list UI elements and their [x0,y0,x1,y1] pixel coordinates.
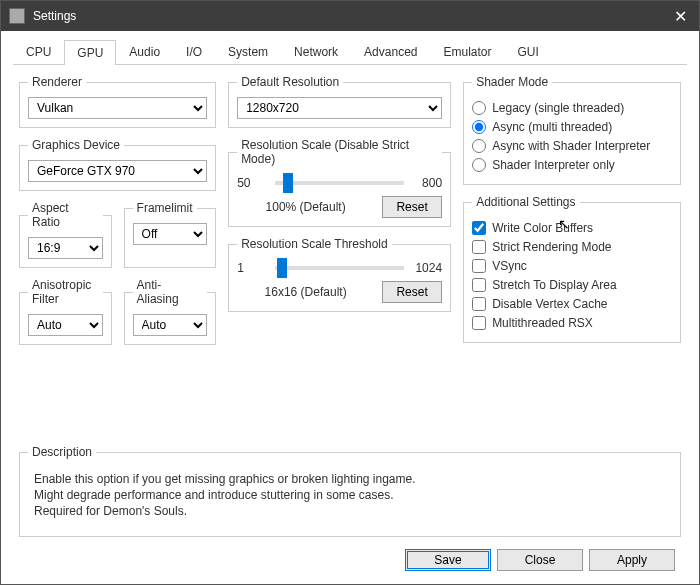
content-area: CPUGPUAudioI/OSystemNetworkAdvancedEmula… [1,31,699,583]
shader-mode-legend: Shader Mode [472,75,552,89]
footer-buttons: Save Close Apply [13,537,687,583]
resolution-scale-legend: Resolution Scale (Disable Strict Mode) [237,138,442,166]
resolution-threshold-group: Resolution Scale Threshold 1 1024 16x16 … [228,237,451,312]
additional-label: Write Color Buffers [492,220,593,236]
tab-bar: CPUGPUAudioI/OSystemNetworkAdvancedEmula… [13,39,687,65]
shader-mode-radio[interactable] [472,139,486,153]
res-scale-min: 50 [237,176,265,190]
antialias-select[interactable]: Auto [133,314,208,336]
additional-label: Disable Vertex Cache [492,296,607,312]
col-left: Renderer Vulkan Graphics Device GeForce … [19,75,216,435]
col-middle: Default Resolution 1280x720 Resolution S… [228,75,451,435]
default-resolution-legend: Default Resolution [237,75,343,89]
shader-mode-label: Legacy (single threaded) [492,100,624,116]
renderer-group: Renderer Vulkan [19,75,216,128]
gpu-panel: Renderer Vulkan Graphics Device GeForce … [13,65,687,445]
additional-checkbox[interactable] [472,278,486,292]
close-button[interactable]: Close [497,549,583,571]
antialias-legend: Anti-Aliasing [133,278,208,306]
app-icon [9,8,25,24]
tab-gpu[interactable]: GPU [64,40,116,65]
shader-mode-option[interactable]: Async (multi threaded) [472,119,672,135]
description-group: Description Enable this option if you ge… [19,445,681,537]
tab-i-o[interactable]: I/O [173,39,215,64]
graphics-device-select[interactable]: GeForce GTX 970 [28,160,207,182]
additional-checkbox[interactable] [472,259,486,273]
apply-button[interactable]: Apply [589,549,675,571]
res-scale-value: 100% (Default) [237,200,374,214]
description-text: Enable this option if you get missing gr… [28,467,672,528]
close-icon[interactable]: ✕ [670,7,691,26]
additional-checkbox[interactable] [472,240,486,254]
description-legend: Description [28,445,96,459]
shader-mode-option[interactable]: Shader Interpreter only [472,157,672,173]
shader-mode-radio[interactable] [472,158,486,172]
renderer-select[interactable]: Vulkan [28,97,207,119]
graphics-device-group: Graphics Device GeForce GTX 970 [19,138,216,191]
default-resolution-select[interactable]: 1280x720 [237,97,442,119]
shader-mode-label: Shader Interpreter only [492,157,615,173]
additional-label: Strict Rendering Mode [492,239,611,255]
framelimit-group: Framelimit Off [124,201,217,268]
shader-mode-radio[interactable] [472,101,486,115]
shader-mode-label: Async (multi threaded) [492,119,612,135]
default-resolution-group: Default Resolution 1280x720 [228,75,451,128]
window-title: Settings [33,9,670,23]
additional-option[interactable]: VSync [472,258,672,274]
tab-system[interactable]: System [215,39,281,64]
shader-mode-option[interactable]: Legacy (single threaded) [472,100,672,116]
save-button[interactable]: Save [405,549,491,571]
additional-label: VSync [492,258,527,274]
aspect-ratio-select[interactable]: 16:9 [28,237,103,259]
graphics-device-legend: Graphics Device [28,138,124,152]
framelimit-legend: Framelimit [133,201,197,215]
res-threshold-max: 1024 [414,261,442,275]
anisotropic-group: Anisotropic Filter Auto [19,278,112,345]
additional-checkbox[interactable] [472,297,486,311]
additional-checkbox[interactable] [472,316,486,330]
additional-label: Multithreaded RSX [492,315,593,331]
resolution-scale-group: Resolution Scale (Disable Strict Mode) 5… [228,138,451,227]
additional-option[interactable]: Strict Rendering Mode [472,239,672,255]
additional-label: Stretch To Display Area [492,277,617,293]
shader-mode-radio[interactable] [472,120,486,134]
shader-mode-option[interactable]: Async with Shader Interpreter [472,138,672,154]
res-threshold-reset-button[interactable]: Reset [382,281,442,303]
aspect-ratio-group: Aspect Ratio 16:9 [19,201,112,268]
framelimit-select[interactable]: Off [133,223,208,245]
tab-network[interactable]: Network [281,39,351,64]
res-scale-reset-button[interactable]: Reset [382,196,442,218]
additional-settings-legend: Additional Settings [472,195,579,209]
anisotropic-select[interactable]: Auto [28,314,103,336]
additional-settings-group: Additional Settings Write Color BuffersS… [463,195,681,343]
res-scale-slider[interactable] [275,181,404,185]
anisotropic-legend: Anisotropic Filter [28,278,103,306]
renderer-legend: Renderer [28,75,86,89]
tab-emulator[interactable]: Emulator [430,39,504,64]
res-threshold-slider[interactable] [275,266,404,270]
col-right: Shader Mode Legacy (single threaded)Asyn… [463,75,681,435]
resolution-threshold-legend: Resolution Scale Threshold [237,237,392,251]
title-bar: Settings ✕ [1,1,699,31]
res-threshold-min: 1 [237,261,265,275]
tab-cpu[interactable]: CPU [13,39,64,64]
additional-option[interactable]: Write Color Buffers [472,220,672,236]
additional-option[interactable]: Multithreaded RSX [472,315,672,331]
antialias-group: Anti-Aliasing Auto [124,278,217,345]
res-scale-max: 800 [414,176,442,190]
res-threshold-value: 16x16 (Default) [237,285,374,299]
shader-mode-group: Shader Mode Legacy (single threaded)Asyn… [463,75,681,185]
tab-audio[interactable]: Audio [116,39,173,64]
tab-advanced[interactable]: Advanced [351,39,430,64]
shader-mode-label: Async with Shader Interpreter [492,138,650,154]
additional-option[interactable]: Stretch To Display Area [472,277,672,293]
additional-option[interactable]: Disable Vertex Cache [472,296,672,312]
aspect-ratio-legend: Aspect Ratio [28,201,103,229]
additional-checkbox[interactable] [472,221,486,235]
tab-gui[interactable]: GUI [505,39,552,64]
